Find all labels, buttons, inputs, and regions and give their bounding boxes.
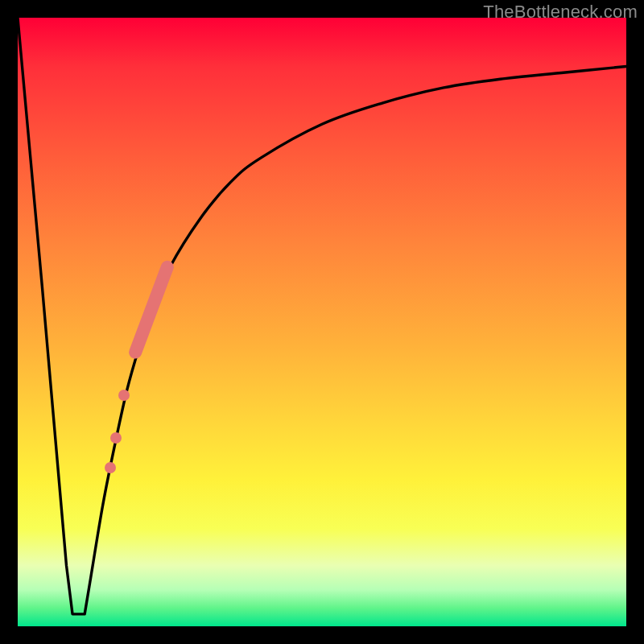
- watermark-text: TheBottleneck.com: [483, 2, 638, 23]
- chart-frame: TheBottleneck.com: [0, 0, 644, 644]
- bottleneck-curve: [18, 18, 626, 626]
- plot-area: [18, 18, 626, 626]
- highlight-dot: [118, 390, 130, 401]
